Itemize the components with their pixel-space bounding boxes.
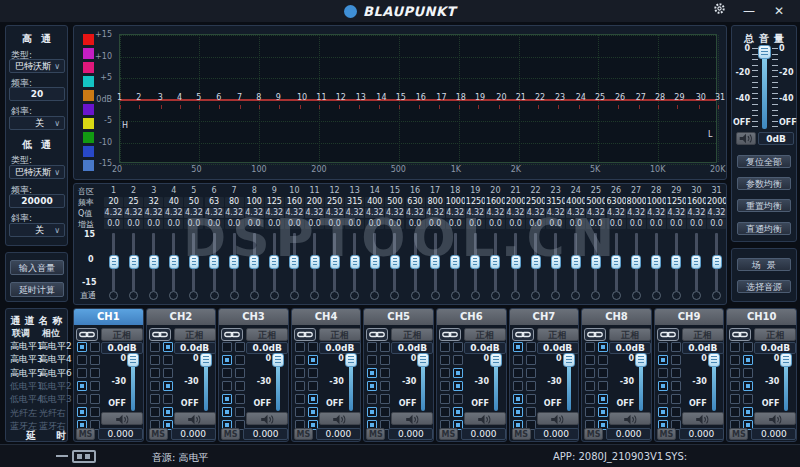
eq-band-point[interactable]: 22 — [535, 93, 545, 102]
route-checkbox-right[interactable] — [90, 407, 100, 417]
band-slider-knob[interactable] — [591, 255, 601, 269]
eq-band-point[interactable]: 28 — [655, 93, 665, 102]
channel-header[interactable]: CH8 — [582, 309, 651, 325]
band-gain-cell[interactable]: 0.0 — [265, 219, 284, 229]
channel-mute-button[interactable] — [682, 412, 724, 425]
route-checkbox-left[interactable] — [150, 407, 160, 417]
band-q-cell[interactable]: 4.32 — [225, 208, 244, 218]
band-q-cell[interactable]: 4.32 — [566, 208, 585, 218]
hp-freq-input[interactable]: 20 — [9, 87, 65, 101]
route-checkbox-left[interactable] — [585, 368, 595, 378]
channel-6-color-swatch[interactable] — [83, 104, 94, 115]
eq-band-point[interactable]: 31 — [715, 93, 725, 102]
master-button-2[interactable]: 参数均衡 — [737, 177, 791, 190]
band-slider-knob[interactable] — [430, 255, 440, 269]
band-frequency-cell[interactable]: 3150 — [546, 197, 565, 207]
eq-band-point[interactable]: 15 — [396, 93, 406, 102]
master-button-1[interactable]: 复位全部 — [737, 155, 791, 168]
band-bypass-radio[interactable] — [310, 291, 319, 300]
band-frequency-cell[interactable]: 2000 — [506, 197, 525, 207]
route-checkbox-left[interactable] — [513, 342, 523, 352]
route-checkbox-left[interactable] — [367, 342, 377, 352]
band-gain-cell[interactable]: 0.0 — [406, 219, 425, 229]
phase-button[interactable]: 正相 — [537, 328, 579, 341]
channel-fader-knob[interactable] — [780, 353, 792, 367]
band-gain-cell[interactable]: 0.0 — [566, 219, 585, 229]
route-checkbox-left[interactable] — [367, 407, 377, 417]
band-slider-knob[interactable] — [330, 255, 340, 269]
route-checkbox-left[interactable] — [295, 342, 305, 352]
eq-band-point[interactable]: 4 — [177, 93, 182, 102]
band-frequency-cell[interactable]: 80 — [225, 197, 244, 207]
route-checkbox-right[interactable] — [235, 368, 245, 378]
route-checkbox-left[interactable] — [222, 342, 232, 352]
band-frequency-cell[interactable]: 20 — [104, 197, 123, 207]
band-gain-cell[interactable]: 0.0 — [345, 219, 364, 229]
band-frequency-cell[interactable]: 400 — [365, 197, 384, 207]
route-checkbox-right[interactable] — [308, 407, 318, 417]
band-bypass-radio[interactable] — [169, 291, 178, 300]
band-frequency-cell[interactable]: 160 — [285, 197, 304, 207]
route-checkbox-right[interactable] — [671, 355, 681, 365]
scene-button-2[interactable]: 选择音源 — [737, 280, 791, 293]
band-q-cell[interactable]: 4.32 — [245, 208, 264, 218]
eq-band-point[interactable]: 30 — [696, 93, 706, 102]
phase-button[interactable]: 正相 — [391, 328, 433, 341]
band-q-cell[interactable]: 4.32 — [647, 208, 666, 218]
route-checkbox-left[interactable] — [513, 355, 523, 365]
band-slider-knob[interactable] — [310, 255, 320, 269]
band-frequency-cell[interactable]: 4000 — [566, 197, 585, 207]
band-frequency-cell[interactable]: 500 — [385, 197, 404, 207]
channel-delay-value[interactable]: 0.000 — [171, 428, 216, 440]
band-q-cell[interactable]: 4.32 — [486, 208, 505, 218]
route-checkbox-right[interactable] — [380, 381, 390, 391]
channel-delay-value[interactable]: 0.000 — [316, 428, 361, 440]
route-checkbox-left[interactable] — [367, 381, 377, 391]
route-checkbox-right[interactable] — [743, 394, 753, 404]
route-checkbox-right[interactable] — [235, 381, 245, 391]
route-checkbox-left[interactable] — [730, 394, 740, 404]
channel-5-color-swatch[interactable] — [83, 90, 94, 101]
link-button[interactable] — [149, 328, 171, 341]
channel-mute-button[interactable] — [609, 412, 651, 425]
route-checkbox-right[interactable] — [526, 342, 536, 352]
eq-band-point[interactable]: 1 — [117, 93, 122, 102]
band-frequency-cell[interactable]: 1000 — [446, 197, 465, 207]
eq-band-point[interactable]: 11 — [316, 93, 326, 102]
band-gain-cell[interactable]: 0.0 — [144, 219, 163, 229]
band-gain-cell[interactable]: 0.0 — [546, 219, 565, 229]
band-bypass-radio[interactable] — [210, 291, 219, 300]
route-checkbox-right[interactable] — [90, 355, 100, 365]
hp-type-select[interactable]: 巴特沃斯∨ — [9, 59, 65, 73]
eq-band-point[interactable]: 13 — [356, 93, 366, 102]
band-q-cell[interactable]: 4.32 — [164, 208, 183, 218]
channel-fader-knob[interactable] — [490, 353, 502, 367]
channel-mute-button[interactable] — [537, 412, 579, 425]
band-frequency-cell[interactable]: 800 — [426, 197, 445, 207]
channel-mute-button[interactable] — [174, 412, 216, 425]
route-checkbox-left[interactable] — [440, 342, 450, 352]
route-checkbox-right[interactable] — [380, 368, 390, 378]
band-bypass-radio[interactable] — [692, 291, 701, 300]
band-q-cell[interactable]: 4.32 — [205, 208, 224, 218]
route-checkbox-right[interactable] — [598, 368, 608, 378]
route-checkbox-right[interactable] — [598, 355, 608, 365]
eq-band-point[interactable]: 20 — [496, 93, 506, 102]
lp-type-select[interactable]: 巴特沃斯∨ — [9, 165, 65, 179]
route-checkbox-right[interactable] — [526, 381, 536, 391]
route-checkbox-right[interactable] — [453, 342, 463, 352]
channel-gain-value[interactable]: 0.0dB — [754, 342, 796, 354]
route-checkbox-left[interactable] — [440, 368, 450, 378]
channel-header[interactable]: CH5 — [364, 309, 433, 325]
link-button[interactable] — [221, 328, 243, 341]
eq-band-point[interactable]: 14 — [376, 93, 386, 102]
route-checkbox-right[interactable] — [526, 355, 536, 365]
route-checkbox-right[interactable] — [743, 342, 753, 352]
phase-button[interactable]: 正相 — [609, 328, 651, 341]
link-button[interactable] — [366, 328, 388, 341]
route-checkbox-left[interactable] — [295, 355, 305, 365]
band-slider-knob[interactable] — [370, 255, 380, 269]
band-q-cell[interactable]: 4.32 — [446, 208, 465, 218]
route-checkbox-left[interactable] — [440, 394, 450, 404]
band-q-cell[interactable]: 4.32 — [305, 208, 324, 218]
